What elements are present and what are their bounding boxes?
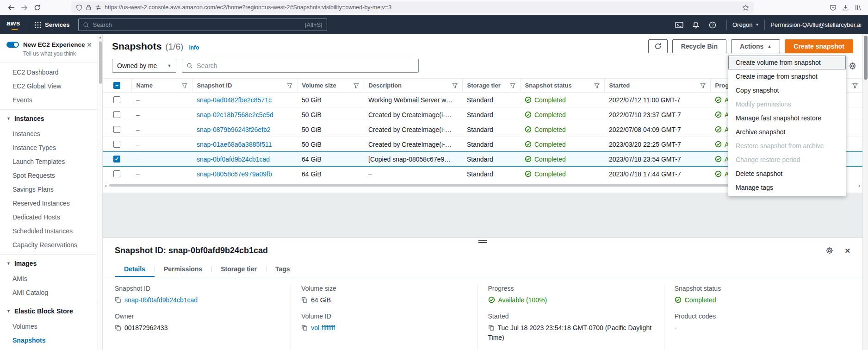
menu-item-create-volume-from-snapshot[interactable]: Create volume from snapshot [728, 56, 846, 69]
sidebar-section-instances[interactable]: ▼Instances [0, 109, 98, 127]
filter-funnel-icon[interactable] [594, 83, 600, 88]
snapshot-id-link[interactable]: snap-0879b96243f26efb2 [192, 122, 297, 137]
table-search-input[interactable]: Search [182, 59, 419, 73]
sidebar-item-capacity-reservations[interactable]: Capacity Reservations [0, 238, 98, 252]
sidebar-item-dedicated-hosts[interactable]: Dedicated Hosts [0, 210, 98, 224]
bookmark-star-icon[interactable] [742, 4, 749, 11]
tab-storage-tier[interactable]: Storage tier [211, 261, 266, 277]
console-search-input[interactable]: Search [Alt+S] [78, 19, 327, 31]
reload-button[interactable] [31, 1, 43, 13]
column-header-snapshot-id[interactable]: Snapshot ID [192, 79, 297, 93]
sidebar-item-ami-catalog[interactable]: AMI Catalog [0, 286, 98, 300]
scrollbar-thumb[interactable] [99, 41, 102, 84]
table-preferences-button[interactable] [849, 62, 856, 70]
filter-funnel-icon[interactable] [700, 83, 706, 88]
recycle-bin-button[interactable]: Recycle Bin [672, 39, 726, 53]
sidebar-item-snapshots[interactable]: Snapshots [0, 333, 98, 347]
copy-icon[interactable] [115, 325, 121, 331]
downloads-icon[interactable] [842, 4, 849, 11]
row-checkbox[interactable] [113, 111, 120, 118]
page-scrollbar[interactable] [862, 34, 868, 350]
tab-tags[interactable]: Tags [266, 261, 299, 277]
info-link[interactable]: Info [189, 44, 199, 51]
owned-by-filter[interactable]: Owned by me ▼ [112, 59, 176, 73]
menu-item-manage-tags[interactable]: Manage tags [728, 181, 846, 194]
row-checkbox[interactable] [113, 170, 120, 177]
filter-funnel-icon[interactable] [510, 83, 515, 88]
sidebar-item-savings-plans[interactable]: Savings Plans [0, 182, 98, 196]
column-header-started[interactable]: Started [604, 79, 710, 93]
filter-funnel-icon[interactable] [852, 83, 858, 88]
sidebar-section-images[interactable]: ▼Images [0, 254, 98, 272]
sidebar-item-spot-requests[interactable]: Spot Requests [0, 169, 98, 182]
filter-funnel-icon[interactable] [452, 83, 458, 88]
sidebar-scrollbar[interactable]: ▲ [98, 34, 103, 350]
filter-funnel-icon[interactable] [287, 83, 292, 88]
menu-item-delete-snapshot[interactable]: Delete snapshot [728, 167, 846, 181]
library-icon[interactable] [855, 4, 862, 11]
scroll-up-icon[interactable]: ▲ [98, 34, 102, 39]
scroll-right-icon[interactable]: › [858, 183, 860, 188]
actions-button[interactable]: Actions ▲ [731, 39, 780, 53]
volume-id-value[interactable]: vol-ffffffff [311, 324, 335, 331]
menu-item-copy-snapshot[interactable]: Copy snapshot [728, 83, 846, 97]
account-menu[interactable]: Permission-QA/llu@stellarcyber.ai [770, 21, 862, 28]
tab-permissions[interactable]: Permissions [155, 261, 211, 277]
create-snapshot-button[interactable]: Create snapshot [785, 39, 853, 53]
snapshot-id-link[interactable]: snap-02c18b7568e2c5e5d [192, 107, 297, 122]
scrollbar-thumb[interactable] [109, 184, 826, 187]
filter-funnel-icon[interactable] [353, 83, 359, 88]
panel-close-icon[interactable]: ✕ [844, 247, 850, 255]
column-header-storage-tier[interactable]: Storage tier [462, 79, 520, 93]
sidebar-item-ec2-dashboard[interactable]: EC2 Dashboard [0, 65, 98, 79]
column-header-snapshot-status[interactable]: Snapshot status [520, 79, 604, 93]
cloudshell-button[interactable] [671, 18, 688, 32]
notifications-button[interactable] [688, 18, 704, 32]
panel-resize-handle[interactable] [478, 240, 487, 243]
row-checkbox[interactable] [113, 96, 120, 103]
tracking-protection-shield-icon[interactable] [76, 4, 82, 11]
banner-close-icon[interactable]: ✕ [87, 41, 92, 49]
panel-settings-gear-icon[interactable] [825, 247, 833, 255]
snapshot-id-link[interactable]: snap-0bf0afd9b24cb1cad [192, 152, 297, 167]
column-header-description[interactable]: Description [364, 79, 462, 93]
scrollbar-thumb[interactable] [864, 36, 868, 80]
services-menu[interactable]: Services [35, 21, 70, 28]
aws-logo[interactable]: aws [6, 19, 23, 31]
menu-item-archive-snapshot[interactable]: Archive snapshot [728, 125, 846, 139]
site-permissions-icon[interactable] [95, 4, 101, 11]
region-selector[interactable]: Oregon ▼ [732, 21, 759, 28]
snapshot-id-link[interactable]: snap-01ae68a6a3885f511 [192, 137, 297, 152]
column-header-volume-size[interactable]: Volume size [297, 79, 364, 93]
help-button[interactable]: ? [704, 18, 721, 32]
lock-icon[interactable] [86, 4, 92, 11]
sidebar-item-reserved-instances[interactable]: Reserved Instances [0, 196, 98, 210]
copy-icon[interactable] [115, 297, 121, 303]
sidebar-item-launch-templates[interactable]: Launch Templates [0, 155, 98, 169]
snapshot-id-link[interactable]: snap-08058c67e979a09fb [192, 167, 297, 181]
url-bar[interactable]: https://us-west-2.console.aws.amazon.com… [71, 1, 754, 13]
sidebar-item-instance-types[interactable]: Instance Types [0, 141, 98, 155]
menu-item-create-image-from-snapshot[interactable]: Create image from snapshot [728, 69, 846, 83]
sidebar-section-elastic-block-store[interactable]: ▼Elastic Block Store [0, 302, 98, 319]
sidebar-item-volumes[interactable]: Volumes [0, 319, 98, 333]
menu-item-manage-fast-snapshot-restore[interactable]: Manage fast snapshot restore [728, 111, 846, 125]
new-experience-toggle[interactable] [6, 42, 19, 48]
sidebar-item-instances[interactable]: Instances [0, 127, 98, 141]
filter-funnel-icon[interactable] [182, 83, 187, 88]
sidebar-item-scheduled-instances[interactable]: Scheduled Instances [0, 224, 98, 238]
row-checkbox[interactable] [113, 141, 120, 148]
forward-button[interactable] [18, 1, 31, 13]
column-header-name[interactable]: Name [131, 79, 192, 93]
sidebar-item-ec2-global-view[interactable]: EC2 Global View [0, 79, 98, 93]
snapshot-id-value[interactable]: snap-0bf0afd9b24cb1cad [124, 296, 198, 304]
snapshot-id-link[interactable]: snap-0ad0482fbe2c8571c [192, 93, 297, 107]
sidebar-item-events[interactable]: Events [0, 93, 98, 107]
pocket-icon[interactable] [830, 4, 837, 11]
copy-icon[interactable] [301, 297, 308, 303]
refresh-button[interactable] [648, 39, 668, 53]
row-checkbox[interactable] [113, 126, 120, 133]
row-checkbox[interactable]: ✓ [113, 156, 120, 162]
copy-icon[interactable] [301, 325, 308, 331]
tab-details[interactable]: Details [115, 261, 155, 277]
